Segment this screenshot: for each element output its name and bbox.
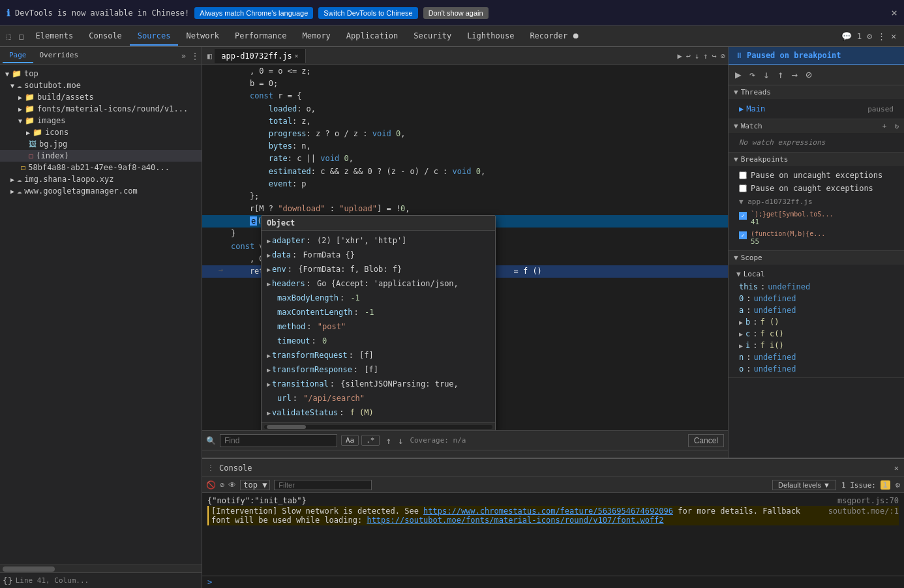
scope-expand-i[interactable]: ▶	[739, 342, 743, 349]
console-expand-icon[interactable]: ⋮	[207, 464, 214, 471]
tree-item-index[interactable]: ◻ (index)	[0, 150, 202, 162]
filter-icon[interactable]: ⊘	[220, 480, 224, 490]
tab-security[interactable]: Security	[406, 27, 459, 46]
scope-expand-c[interactable]: ▶	[739, 331, 743, 338]
popup-row-method[interactable]: method : "post"	[262, 319, 495, 334]
scope-expand-b[interactable]: ▶	[739, 319, 743, 326]
switch-chinese-button[interactable]: Switch DevTools to Chinese	[318, 7, 417, 19]
console-input[interactable]	[215, 578, 899, 587]
popup-row-url[interactable]: url : "/api/search"	[262, 391, 495, 405]
default-levels-button[interactable]: Default levels ▼	[772, 480, 836, 490]
notification-close-icon[interactable]: ×	[891, 7, 897, 19]
close-editor-tab-icon[interactable]: ✕	[295, 52, 299, 59]
popup-row-transformreq[interactable]: ▶ transformRequest : [f]	[262, 348, 495, 362]
watch-add-icon[interactable]: +	[882, 122, 887, 130]
chat-icon[interactable]: 💬 1	[841, 31, 862, 41]
tab-application[interactable]: Application	[339, 27, 406, 46]
expand-transformreq-icon[interactable]: ▶	[267, 351, 271, 360]
thread-main[interactable]: ▶ Main paused	[734, 102, 899, 116]
code-content[interactable]: Object ▶ adapter : (2) ['xhr', 'http'] ▶	[202, 65, 728, 430]
dont-show-again-button[interactable]: Don't show again	[423, 7, 489, 19]
tree-item-soutubot[interactable]: ▼ ☁ soutubot.moe	[0, 80, 202, 91]
expand-headers-icon[interactable]: ▶	[267, 279, 271, 289]
regex-button[interactable]: .*	[361, 435, 379, 446]
format-icon[interactable]: {}	[3, 576, 13, 585]
popup-row-transitional[interactable]: ▶ transitional : {silentJSONParsing: tru…	[262, 377, 495, 391]
popup-row-validate[interactable]: ▶ validateStatus : f (M)	[262, 405, 495, 420]
editor-tab-app[interactable]: app-d10732ff.js ✕	[215, 49, 305, 63]
tab-performance[interactable]: Performance	[227, 27, 294, 46]
expand-data-icon[interactable]: ▶	[267, 250, 271, 260]
popup-row-timeout[interactable]: timeout : 0	[262, 334, 495, 348]
console-link-chromestatus[interactable]: https://www.chromestatus.com/feature/563…	[423, 507, 673, 516]
console-loc-notify[interactable]: msgport.js:70	[837, 496, 899, 505]
find-next-icon[interactable]: ↓	[395, 435, 406, 446]
tree-item-top[interactable]: ▼ 📁 top	[0, 68, 202, 80]
bp-item-2[interactable]: ✓ (function(M,b){e... 55	[734, 228, 899, 248]
step-right-icon[interactable]: ↪	[712, 51, 717, 61]
sources-tabs-menu-icon[interactable]: ⋮	[191, 51, 199, 61]
toggle-sidebar-icon[interactable]: ◧	[205, 51, 215, 61]
pause-uncaught-checkbox[interactable]	[739, 171, 747, 179]
sources-tabs-more-icon[interactable]: »	[181, 51, 186, 61]
scope-item-o[interactable]: o : undefined	[734, 363, 899, 375]
console-filter-input[interactable]	[274, 480, 372, 490]
tree-item-img-shana[interactable]: ▶ ☁ img.shana-laopo.xyz	[0, 173, 202, 185]
watch-refresh-icon[interactable]: ↻	[894, 122, 899, 130]
tree-item-bg-jpg[interactable]: 🖼 bg.jpg	[0, 138, 202, 150]
popup-hscroll[interactable]	[262, 422, 495, 430]
tab-lighthouse[interactable]: Lighthouse	[459, 27, 522, 46]
tab-console[interactable]: Console	[81, 27, 130, 46]
console-close-icon[interactable]: ✕	[894, 463, 899, 473]
clear-console-icon[interactable]: 🚫	[206, 480, 216, 490]
pause-caught-option[interactable]: Pause on caught exceptions	[734, 182, 899, 195]
match-case-button[interactable]: Aa	[341, 435, 359, 446]
deactivate-breakpoints-icon[interactable]: ⊘	[803, 67, 815, 82]
tab-network[interactable]: Network	[178, 27, 227, 46]
tree-item-gtm[interactable]: ▶ ☁ www.googletagmanager.com	[0, 185, 202, 197]
bp-item-1[interactable]: ✓ `);}get[Symbol.toS... 41	[734, 209, 899, 228]
expand-transformresp-icon[interactable]: ▶	[267, 365, 271, 375]
scope-item-this[interactable]: this : undefined	[734, 281, 899, 293]
tree-item-icons[interactable]: ▶ 📁 icons	[0, 126, 202, 138]
step-over-icon[interactable]: ↷	[747, 67, 759, 82]
expand-env-icon[interactable]: ▶	[267, 265, 271, 274]
run-snippet-icon[interactable]: ▶	[678, 51, 682, 61]
expand-validate-icon[interactable]: ▶	[267, 408, 271, 418]
settings-gear-icon[interactable]: ⚙	[867, 31, 872, 41]
threads-header[interactable]: ▼ Threads	[729, 85, 904, 99]
inspect-icon[interactable]: ⬚	[3, 32, 15, 41]
scope-item-c[interactable]: ▶ c : f c()	[734, 328, 899, 340]
scope-item-b[interactable]: ▶ b : f ()	[734, 316, 899, 328]
popup-row-data[interactable]: ▶ data : FormData {}	[262, 248, 495, 262]
bp-checkbox-2[interactable]: ✓	[739, 231, 747, 239]
step-into-icon[interactable]: ↓	[761, 67, 772, 82]
close-devtools-icon[interactable]: ✕	[891, 31, 896, 41]
scope-item-a[interactable]: a : undefined	[734, 304, 899, 316]
step-out-icon[interactable]: ↑	[775, 67, 787, 82]
find-input[interactable]	[220, 434, 337, 447]
popup-row-headers[interactable]: ▶ headers : Go {Accept: 'application/jso…	[262, 276, 495, 291]
console-link-font[interactable]: https://soutubot.moe/fonts/material-icon…	[367, 516, 663, 525]
tree-item-build-assets[interactable]: ▶ 📁 build/assets	[0, 91, 202, 103]
sources-overrides-tab[interactable]: Overrides	[33, 48, 85, 63]
device-icon[interactable]: □	[15, 32, 27, 41]
console-loc-intervention[interactable]: soutubot.moe/:1	[828, 507, 899, 516]
file-tree-hscroll[interactable]	[0, 565, 202, 572]
pause-caught-checkbox[interactable]	[739, 184, 747, 192]
step-back-icon[interactable]: ↩	[686, 51, 691, 61]
eye-icon[interactable]: 👁	[228, 480, 236, 490]
popup-row-maxcontent[interactable]: maxContentLength : -1	[262, 305, 495, 319]
resume-icon[interactable]: ▶	[732, 67, 744, 82]
local-scope-header[interactable]: ▼ Local	[734, 267, 899, 281]
popup-row-transformresp[interactable]: ▶ transformResponse : [f]	[262, 362, 495, 377]
scope-item-n[interactable]: n : undefined	[734, 351, 899, 363]
find-cancel-button[interactable]: Cancel	[688, 434, 724, 447]
popup-row-adapter[interactable]: ▶ adapter : (2) ['xhr', 'http']	[262, 233, 495, 248]
tree-item-images[interactable]: ▼ 📁 images	[0, 115, 202, 126]
find-prev-icon[interactable]: ↑	[384, 435, 394, 446]
more-options-icon[interactable]: ⋮	[877, 31, 886, 41]
tree-item-fonts[interactable]: ▶ 📁 fonts/material-icons/round/v1...	[0, 103, 202, 115]
scope-item-0[interactable]: 0 : undefined	[734, 293, 899, 304]
step-up-icon[interactable]: ↑	[703, 51, 708, 61]
